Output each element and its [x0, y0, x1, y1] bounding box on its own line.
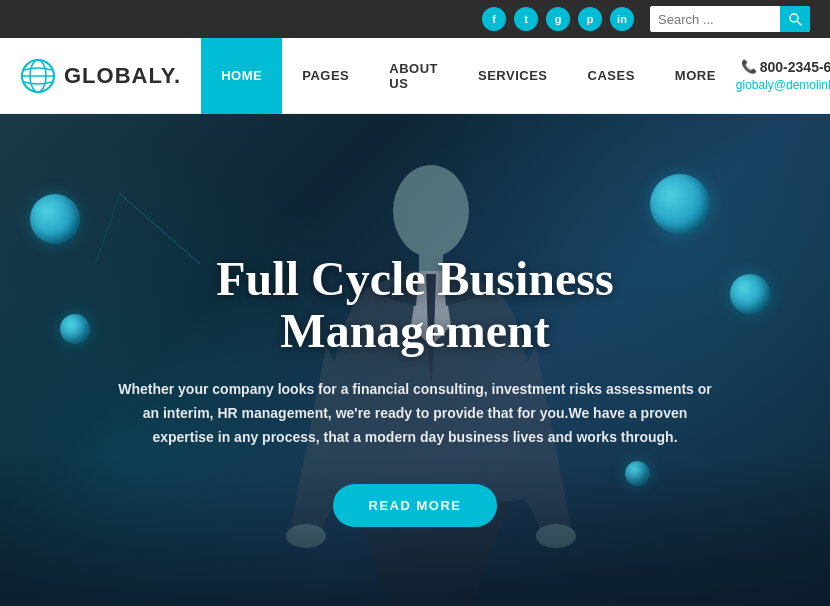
svg-point-12 [393, 165, 469, 257]
nav-menu: HOME PAGES ABOUT US SERVICES CASES MORE [201, 38, 736, 114]
logo-text: GLOBALY. [64, 63, 181, 89]
nav-item-pages[interactable]: PAGES [282, 38, 369, 114]
logo[interactable]: GLOBALY. [20, 58, 181, 94]
sphere-3 [650, 174, 710, 234]
svg-line-1 [797, 21, 801, 25]
navbar: GLOBALY. HOME PAGES ABOUT US SERVICES CA… [0, 38, 830, 114]
phone-number: 📞 800-2345-6789 [736, 59, 830, 75]
logo-globe-icon [20, 58, 56, 94]
nav-item-about[interactable]: ABOUT US [369, 38, 458, 114]
pinterest-icon[interactable]: p [578, 7, 602, 31]
top-bar: f t g p in [0, 0, 830, 38]
hero-subtitle: Whether your company looks for a financi… [115, 378, 715, 449]
email-link[interactable]: globaly@demolink.org [736, 78, 830, 92]
read-more-button[interactable]: READ MORE [333, 484, 498, 527]
facebook-icon[interactable]: f [482, 7, 506, 31]
svg-point-0 [790, 14, 798, 22]
nav-item-more[interactable]: MORE [655, 38, 736, 114]
hero-section: Full Cycle Business Management Whether y… [0, 114, 830, 606]
contact-info: 📞 800-2345-6789 globaly@demolink.org [736, 59, 830, 93]
search-input[interactable] [650, 6, 780, 32]
twitter-icon[interactable]: t [514, 7, 538, 31]
nav-item-cases[interactable]: CASES [568, 38, 655, 114]
network-lines [0, 114, 300, 264]
search-button[interactable] [780, 6, 810, 32]
hero-title: Full Cycle Business Management [105, 253, 725, 359]
phone-icon: 📞 [741, 59, 757, 74]
nav-item-home[interactable]: HOME [201, 38, 282, 114]
social-icons: f t g p in [482, 7, 634, 31]
search-bar[interactable] [650, 6, 810, 32]
google-plus-icon[interactable]: g [546, 7, 570, 31]
linkedin-icon[interactable]: in [610, 7, 634, 31]
hero-content: Full Cycle Business Management Whether y… [65, 253, 765, 528]
nav-item-services[interactable]: SERVICES [458, 38, 568, 114]
